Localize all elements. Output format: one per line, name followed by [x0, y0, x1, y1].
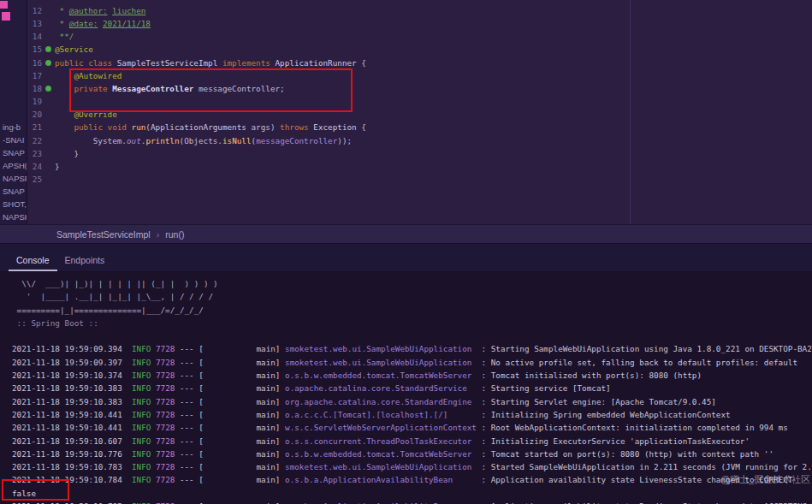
gutter-icon-slot [42, 82, 55, 95]
gutter-icon-slot [42, 69, 55, 82]
ide-window: ing-b-SNAISNAPAPSH(NAPSFSNAPSHOT,NAPSH 1… [0, 0, 812, 504]
project-tree-item[interactable]: NAPSH [3, 212, 27, 222]
code-text: @Override [55, 108, 117, 121]
spring-boot-label: :: Spring Boot :: [12, 317, 812, 329]
log-line: 2021-11-18 19:59:10.374 INFO 7728 --- [ … [12, 369, 812, 382]
breadcrumb-class[interactable]: SampleTestServiceImpl [56, 229, 151, 240]
line-number[interactable]: 18 [27, 82, 42, 95]
spring-bean-icon[interactable] [45, 60, 51, 66]
code-line: 16public class SampleTestServiceImpl imp… [27, 56, 812, 69]
code-text: * @author: liuchen [55, 4, 145, 17]
console-output[interactable]: \\/ ___)| |_)| | | | | || (_| | ) ) ) ) … [0, 272, 812, 504]
gutter-icon-slot [42, 43, 55, 56]
code-text: @Service [55, 43, 93, 56]
log-line: 2021-11-18 19:59:10.784 INFO 7728 --- [ … [12, 473, 812, 486]
spring-bean-icon[interactable] [45, 46, 51, 52]
code-line: 17 @Autowired [27, 69, 812, 82]
gutter-icon-slot [42, 173, 55, 186]
gutter-icon-slot [42, 147, 55, 160]
line-number[interactable]: 12 [27, 4, 42, 17]
log-line: 2021-11-18 19:59:10.776 INFO 7728 --- [ … [12, 448, 812, 460]
line-number[interactable]: 14 [27, 30, 42, 43]
gutter-icon-slot [42, 56, 55, 69]
gutter-icon-slot [42, 95, 55, 108]
log-line: 2021-11-18 19:59:10.441 INFO 7728 --- [ … [12, 408, 812, 421]
stdout-line: false [12, 487, 812, 500]
project-tree-item[interactable]: SNAP [3, 187, 25, 196]
line-number[interactable]: 24 [27, 160, 42, 173]
line-number[interactable]: 13 [27, 17, 42, 30]
breadcrumb-separator-icon: › [157, 229, 160, 240]
code-line: 12 * @author: liuchen [27, 4, 812, 17]
log-line: 2021-11-18 19:59:09.397 INFO 7728 --- [ … [12, 356, 812, 369]
spring-banner-line: ' |____| .__|_| |_|_| |_\__, | / / / / [12, 290, 812, 303]
editor-region: ing-b-SNAISNAPAPSH(NAPSFSNAPSHOT,NAPSH 1… [0, 0, 812, 224]
log-line: 2021-11-18 19:59:10.441 INFO 7728 --- [ … [12, 421, 812, 434]
line-number[interactable]: 15 [27, 43, 42, 56]
line-number[interactable]: 25 [27, 173, 42, 186]
code-line: 14 **/ [27, 30, 812, 43]
code-line: 23 } [27, 147, 812, 160]
line-number[interactable]: 17 [27, 69, 42, 82]
line-number[interactable]: 20 [27, 108, 42, 121]
log-line: 2021-11-18 19:59:10.783 INFO 7728 --- [ … [12, 460, 812, 473]
gutter-icon-slot [42, 134, 55, 147]
code-line: 22 System.out.println(Objects.isNull(mes… [27, 134, 812, 147]
log-line: 2021-11-18 19:59:10.785 INFO 7728 --- [ … [12, 500, 812, 504]
code-line: 13 * @date: 2021/11/18 [27, 17, 812, 30]
code-text: @Autowired [55, 69, 122, 82]
code-line: 24} [27, 160, 812, 173]
code-line: 21 public void run(ApplicationArguments … [27, 121, 812, 133]
code-text: public void run(ApplicationArguments arg… [55, 121, 366, 133]
spring-banner-line: =========|_|==============|___/=/_/_/_/ [12, 304, 812, 317]
log-line: 2021-11-18 19:59:10.607 INFO 7728 --- [ … [12, 435, 812, 448]
code-text: private MessageController messageControl… [55, 82, 285, 95]
code-text: System.out.println(Objects.isNull(messag… [55, 134, 352, 147]
gutter-icon-slot [42, 108, 55, 121]
spring-banner-line: \\/ ___)| |_)| | | | | || (_| | ) ) ) ) [12, 277, 812, 290]
project-tree-item[interactable]: SHOT, [3, 199, 27, 209]
gutter-icon-slot [42, 30, 55, 43]
tab-endpoints[interactable]: Endpoints [57, 252, 113, 271]
editor-pane[interactable]: 12 * @author: liuchen13 * @date: 2021/11… [27, 0, 812, 224]
project-tree-item[interactable]: -SNAI [3, 135, 24, 145]
console-lines: \\/ ___)| |_)| | | | | || (_| | ) ) ) ) … [12, 277, 812, 504]
log-line: 2021-11-18 19:59:10.383 INFO 7728 --- [ … [12, 382, 812, 394]
breadcrumb: SampleTestServiceImpl › run() [0, 224, 812, 243]
line-number[interactable]: 22 [27, 134, 42, 147]
project-tree-item[interactable]: ing-b [3, 122, 21, 132]
gutter-icon-slot [42, 17, 55, 30]
code-line: 18 private MessageController messageCont… [27, 82, 812, 95]
pink-square-icon [2, 12, 10, 21]
pink-square-icon [0, 1, 8, 9]
code-text: * @date: 2021/11/18 [55, 17, 151, 30]
watermark: @稀土_掘金技术社区 [720, 473, 810, 486]
project-tree-item[interactable]: SNAP [3, 148, 25, 157]
code-text: } [55, 147, 79, 160]
code-text: } [55, 160, 60, 173]
line-number[interactable]: 19 [27, 95, 42, 108]
code-text: public class SampleTestServiceImpl imple… [55, 56, 366, 69]
run-toolwindow-tabs: Console Endpoints [0, 243, 812, 272]
log-line: 2021-11-18 19:59:09.394 INFO 7728 --- [ … [12, 342, 812, 355]
line-number[interactable]: 16 [27, 56, 42, 69]
gutter-icon-slot [42, 121, 55, 133]
code-line: 19 [27, 95, 812, 108]
line-number[interactable]: 21 [27, 121, 42, 133]
code-line: 15@Service [27, 43, 812, 56]
line-number[interactable]: 23 [27, 147, 42, 160]
gutter-icon-slot [42, 4, 55, 17]
code-area[interactable]: 12 * @author: liuchen13 * @date: 2021/11… [27, 0, 812, 186]
project-tree-item[interactable]: APSH( [3, 161, 27, 170]
project-tree-item[interactable]: NAPSF [3, 174, 27, 183]
code-text: **/ [55, 30, 74, 43]
code-line: 20 @Override [27, 108, 812, 121]
tab-console[interactable]: Console [9, 252, 57, 271]
autowired-icon[interactable] [45, 86, 51, 92]
project-panel[interactable]: ing-b-SNAISNAPAPSH(NAPSFSNAPSHOT,NAPSH [0, 0, 27, 224]
gutter-icon-slot [42, 160, 55, 173]
breadcrumb-method[interactable]: run() [165, 229, 184, 240]
log-line: 2021-11-18 19:59:10.383 INFO 7728 --- [ … [12, 395, 812, 408]
code-line: 25 [27, 173, 812, 186]
